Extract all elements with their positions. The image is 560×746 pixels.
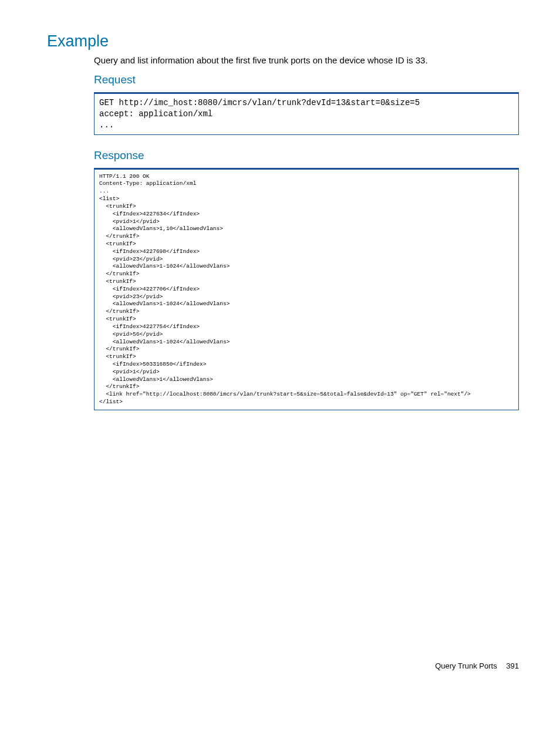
page-footer: Query Trunk Ports 391 [435,661,519,670]
intro-paragraph: Query and list information about the fir… [47,55,519,65]
heading-request: Request [47,73,519,86]
footer-page-number: 391 [506,661,519,670]
request-code-block: GET http://imc_host:8080/imcrs/vlan/trun… [94,92,519,135]
response-code-block: HTTP/1.1 200 OK Content-Type: applicatio… [94,168,519,410]
heading-example: Example [47,32,519,50]
page-content: Example Query and list information about… [0,0,560,693]
heading-response: Response [47,149,519,162]
footer-title: Query Trunk Ports [435,661,497,670]
